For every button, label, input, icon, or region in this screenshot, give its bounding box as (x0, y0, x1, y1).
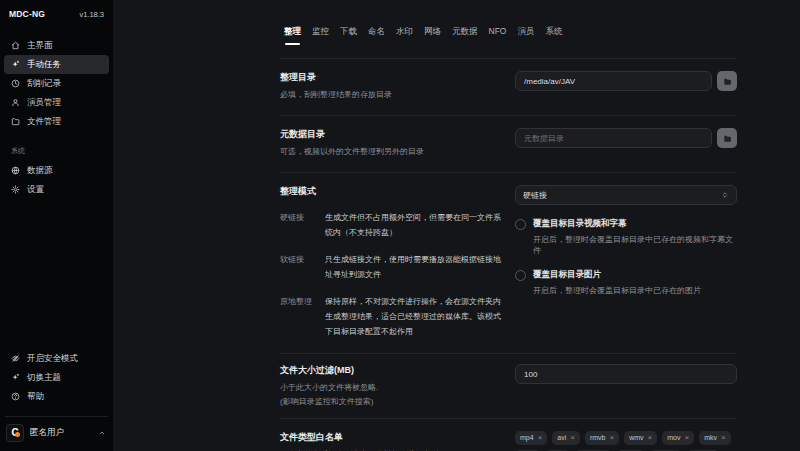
user-menu[interactable]: C 匿名用户 (0, 417, 113, 451)
mode-option-desc: 生成文件但不占用额外空间，但需要在同一文件系统内（不支持跨盘） (325, 210, 502, 240)
sidebar-item-icon (11, 117, 20, 126)
whitelist-title: 文件类型白名单 (280, 431, 502, 444)
mode-select-value: 硬链接 (523, 190, 547, 201)
remove-tag-icon[interactable]: × (721, 434, 726, 442)
sidebar-item-label: 主界面 (27, 40, 53, 52)
sidebar-item[interactable]: 演员管理 (4, 93, 109, 112)
extension-tag-label: avi (557, 434, 566, 442)
target-dir-desc: 必填，刮削整理结果的存放目录 (280, 89, 502, 101)
tab[interactable]: NFO (489, 26, 507, 45)
size-filter-input[interactable] (515, 364, 737, 384)
chevron-up-icon (98, 429, 106, 437)
tab[interactable]: 元数据 (452, 26, 478, 45)
remove-tag-icon[interactable]: × (570, 434, 575, 442)
tab[interactable]: 网络 (424, 26, 441, 45)
user-name: 匿名用户 (30, 427, 92, 439)
toggle-row: 覆盖目标目录图片 开启后，整理时会覆盖目标目录中已存在的图片 (515, 269, 737, 296)
tab[interactable]: 命名 (368, 26, 385, 45)
sidebar-item[interactable]: 帮助 (4, 387, 109, 406)
section-size-filter: 文件大小过滤(MB) 小于此大小的文件将被忽略. (影响目录监控和文件搜索) (280, 354, 737, 418)
tab[interactable]: 系统 (545, 26, 562, 45)
sidebar-nav-main: 主界面 手动任务 刮削记录 演员管理 文件管理 (0, 19, 113, 131)
sidebar-item[interactable]: 文件管理 (4, 112, 109, 131)
tab-label: 系统 (545, 26, 562, 36)
mode-option-row: 原地整理 保持原样，不对源文件进行操作，会在源文件夹内生成整理结果，适合已经整理… (280, 294, 502, 339)
mode-option-desc: 只生成链接文件，使用时需要播放器能根据链接地址寻址到源文件 (325, 252, 502, 282)
tab[interactable]: 水印 (396, 26, 413, 45)
sidebar-item[interactable]: 主界面 (4, 36, 109, 55)
main-area: 整理 监控 下载 命名 水印 网络 元数据 NFO 演员 系统 整理目录 必填，… (113, 0, 800, 451)
settings-tabs: 整理 监控 下载 命名 水印 网络 元数据 NFO 演员 系统 (280, 0, 737, 45)
tab[interactable]: 整理 (284, 26, 301, 45)
toggle-switch[interactable] (515, 219, 526, 230)
metadata-dir-title: 元数据目录 (280, 128, 502, 141)
avatar: C (6, 424, 24, 442)
sidebar-item[interactable]: 数据源 (4, 161, 109, 180)
extension-tag: mp4 × (515, 431, 547, 445)
sidebar-item-icon (11, 373, 20, 382)
sidebar-item-icon (11, 79, 20, 88)
toggle-switch[interactable] (515, 270, 526, 281)
sidebar-nav-system: 数据源 设置 (0, 159, 113, 199)
extension-tag-label: rmvb (590, 434, 606, 442)
mode-toggles: 覆盖目标目录视频和字幕 开启后，整理时会覆盖目标目录中已存在的视频和字幕文件 覆… (515, 218, 737, 296)
remove-tag-icon[interactable]: × (648, 434, 653, 442)
sidebar-item-icon (11, 354, 20, 363)
sidebar-item-label: 设置 (27, 184, 44, 196)
section-whitelist: 文件类型白名单 只有文件名后缀在列表中的会被识别为视频处理 mp4 × avi … (280, 419, 737, 451)
browse-metadata-dir-button[interactable] (717, 128, 737, 148)
sidebar-item-label: 数据源 (27, 165, 53, 177)
remove-tag-icon[interactable]: × (684, 434, 689, 442)
target-dir-title: 整理目录 (280, 71, 502, 84)
folder-icon (723, 134, 732, 143)
avatar-accent-dot (15, 432, 20, 437)
sidebar-item[interactable]: 刮削记录 (4, 74, 109, 93)
tab-label: NFO (489, 26, 507, 36)
mode-options: 硬链接 生成文件但不占用额外空间，但需要在同一文件系统内（不支持跨盘） 软链接 … (280, 210, 502, 339)
mode-option-row: 硬链接 生成文件但不占用额外空间，但需要在同一文件系统内（不支持跨盘） (280, 210, 502, 240)
mode-option-name: 硬链接 (280, 210, 325, 240)
tab[interactable]: 监控 (312, 26, 329, 45)
tab-label: 下载 (340, 26, 357, 36)
remove-tag-icon[interactable]: × (609, 434, 614, 442)
extension-tag-label: mp4 (520, 434, 534, 442)
sidebar-header: MDC-NG v1.18.3 (0, 0, 113, 19)
tab-label: 整理 (284, 26, 301, 36)
sidebar: MDC-NG v1.18.3 主界面 手动任务 刮削记录 演员管理 文件管理 系… (0, 0, 113, 451)
sidebar-item[interactable]: 开启安全模式 (4, 349, 109, 368)
folder-icon (723, 77, 732, 86)
sidebar-item-icon (11, 41, 20, 50)
section-target-dir: 整理目录 必填，刮削整理结果的存放目录 (280, 59, 737, 115)
mode-title: 整理模式 (280, 185, 502, 198)
browse-target-dir-button[interactable] (717, 71, 737, 91)
extension-tag: mkv × (699, 431, 731, 445)
mode-select[interactable]: 硬链接 (515, 185, 737, 205)
extension-tag-label: mkv (704, 434, 717, 442)
sidebar-item-label: 文件管理 (27, 116, 61, 128)
sidebar-item-icon (11, 185, 20, 194)
app-version: v1.18.3 (79, 10, 104, 19)
extension-tag: wmv × (624, 431, 657, 445)
tab[interactable]: 下载 (340, 26, 357, 45)
tab-label: 元数据 (452, 26, 478, 36)
mode-option-row: 软链接 只生成链接文件，使用时需要播放器能根据链接地址寻址到源文件 (280, 252, 502, 282)
extension-tag-label: wmv (629, 434, 643, 442)
sidebar-item[interactable]: 手动任务 (4, 55, 109, 74)
tab-label: 命名 (368, 26, 385, 36)
toggle-label: 覆盖目标目录视频和字幕 (533, 218, 737, 229)
sidebar-item[interactable]: 切换主题 (4, 368, 109, 387)
target-dir-input[interactable] (515, 71, 712, 91)
extension-tag: mov × (662, 431, 694, 445)
tab[interactable]: 演员 (517, 26, 534, 45)
metadata-dir-input[interactable] (515, 128, 712, 148)
app-window: MDC-NG v1.18.3 主界面 手动任务 刮削记录 演员管理 文件管理 系… (0, 0, 800, 451)
remove-tag-icon[interactable]: × (538, 434, 543, 442)
tab-label: 演员 (517, 26, 534, 36)
section-mode: 整理模式 硬链接 生成文件但不占用额外空间，但需要在同一文件系统内（不支持跨盘）… (280, 173, 737, 353)
sidebar-item[interactable]: 设置 (4, 180, 109, 199)
mode-option-name: 软链接 (280, 252, 325, 282)
sidebar-footer: 开启安全模式 切换主题 帮助 (0, 349, 113, 406)
metadata-dir-desc: 可选，视频以外的文件整理到另外的目录 (280, 146, 502, 158)
toggle-row: 覆盖目标目录视频和字幕 开启后，整理时会覆盖目标目录中已存在的视频和字幕文件 (515, 218, 737, 256)
sidebar-item-icon (11, 98, 20, 107)
